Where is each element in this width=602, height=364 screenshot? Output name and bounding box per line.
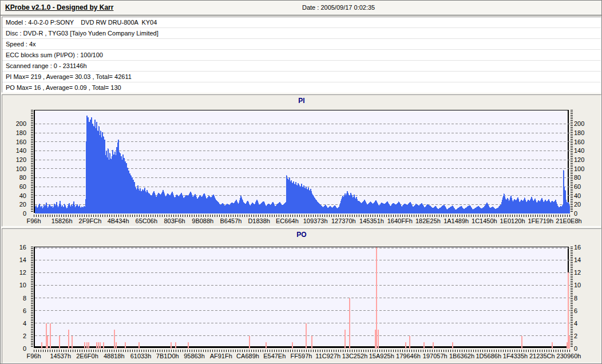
po-error-bar	[188, 342, 189, 349]
po-error-bar	[521, 336, 522, 349]
scan-info-panel: Model : 4-0-2-0 P:SONY DVD RW DRU-800A K…	[2, 17, 601, 93]
x-axis-label: 1E0120h	[497, 217, 529, 224]
y-axis-label: 4	[574, 320, 597, 327]
po-error-bar	[41, 342, 42, 349]
scan-date: Date : 2005/09/17 0:02:35	[302, 4, 375, 11]
po-error-bar	[171, 342, 172, 349]
y-axis-label: 40	[3, 192, 30, 199]
po-chart-panel: PO 00224466881010121214141616F96h14537h2…	[2, 228, 601, 363]
x-axis-label: 1FE719h	[525, 217, 557, 224]
po-error-bar	[175, 342, 176, 349]
y-axis-label: 6	[3, 307, 30, 314]
po-error-bar	[568, 272, 569, 349]
po-error-bar	[292, 342, 293, 349]
y-axis-label: 120	[3, 156, 30, 163]
info-disc: Disc : DVD-R , TYG03 [Taiyo Yuden Compan…	[2, 28, 601, 39]
po-error-bar	[378, 330, 379, 349]
po-error-bar	[86, 342, 88, 349]
po-chart-title: PO	[2, 231, 601, 239]
report-header: KProbe v2.1.0 - Designed by Karr Date : …	[1, 1, 601, 15]
x-axis-label: 4B434h	[102, 217, 134, 224]
y-axis-label: 140	[3, 147, 30, 154]
y-axis-label: 8	[574, 295, 597, 302]
x-axis-label: 1C1450h	[468, 217, 500, 224]
y-axis-label: 40	[574, 192, 597, 199]
po-error-bar	[59, 336, 60, 349]
x-axis-label: 21E0E8h	[553, 217, 585, 224]
x-axis-label: D1838h	[243, 217, 275, 224]
info-pi-stats: PI Max= 219 , Average= 30.03 , Total= 42…	[2, 72, 601, 82]
y-axis-label: 200	[3, 120, 30, 127]
po-error-bar	[116, 342, 117, 349]
x-axis-label: 145351h	[356, 217, 388, 224]
axis-minor-ticks	[31, 110, 33, 213]
y-axis-label: 200	[574, 120, 597, 127]
y-axis-label: 80	[574, 174, 597, 181]
y-axis-label: 0	[574, 210, 597, 217]
po-error-bar	[266, 342, 267, 349]
axis-minor-ticks	[31, 247, 33, 348]
y-axis-label: 16	[574, 244, 597, 251]
po-error-bar	[138, 342, 140, 349]
po-error-bar	[349, 298, 350, 349]
y-axis-label: 14	[574, 256, 597, 263]
y-axis-label: 180	[3, 129, 30, 136]
po-error-bar	[452, 342, 453, 349]
x-axis-label: 15826h	[46, 217, 78, 224]
po-error-bar	[96, 342, 97, 349]
po-error-bar	[114, 330, 115, 349]
pi-chart-title: PI	[2, 97, 601, 105]
po-error-bar	[409, 336, 410, 349]
po-error-bar	[375, 330, 376, 349]
po-plot-area	[34, 247, 569, 348]
y-axis-label: 0	[3, 210, 30, 217]
y-axis-label: 10	[574, 282, 597, 288]
y-axis-label: 0	[574, 345, 597, 352]
y-axis-label: 80	[3, 174, 30, 181]
po-error-bar	[125, 342, 126, 349]
x-axis-label: 230960h	[553, 353, 585, 359]
pi-error-bars	[35, 116, 569, 213]
info-ecc-blocks: ECC blocks sum (PI/PO) : 100/100	[2, 50, 601, 61]
y-axis-label: 100	[574, 165, 597, 172]
x-axis-label: 109373h	[299, 217, 331, 224]
y-axis-label: 14	[3, 256, 30, 263]
y-axis-label: 4	[3, 320, 30, 327]
po-error-bar	[88, 342, 89, 349]
x-axis-label: EC664h	[271, 217, 303, 224]
x-axis-label: 2F9FCh	[74, 217, 106, 224]
axis-minor-ticks	[571, 247, 573, 348]
y-axis-label: 2	[574, 333, 597, 339]
po-error-bar	[249, 336, 250, 349]
po-error-bar	[306, 323, 307, 349]
po-error-bar	[344, 330, 346, 349]
po-error-bar	[47, 336, 48, 349]
po-error-bar	[50, 323, 51, 349]
pi-plot-area	[34, 110, 569, 213]
y-axis-label: 10	[3, 282, 30, 288]
y-axis-label: 60	[574, 183, 597, 190]
x-axis-label: 65C06h	[130, 217, 163, 224]
y-axis-label: 8	[3, 295, 30, 302]
y-axis-label: 12	[3, 269, 30, 276]
po-error-bar	[46, 323, 47, 349]
po-error-bar	[98, 342, 99, 349]
y-axis-label: 100	[3, 165, 30, 172]
po-error-bar	[311, 336, 312, 349]
y-axis-label: 20	[574, 201, 597, 208]
po-error-bar	[84, 342, 85, 349]
y-axis-label: 20	[3, 201, 30, 208]
pi-chart-panel: PI 0020204040606080801001001201201401401…	[2, 94, 601, 227]
x-axis-label: 9B088h	[187, 217, 219, 224]
po-error-bar	[552, 342, 553, 349]
info-model: Model : 4-0-2-0 P:SONY DVD RW DRU-800A K…	[2, 17, 601, 28]
po-error-bar	[433, 342, 434, 349]
x-axis-label: 1A1489h	[440, 217, 472, 224]
po-error-bar	[569, 336, 570, 349]
y-axis-label: 16	[3, 244, 30, 251]
x-axis-label: 127370h	[327, 217, 359, 224]
po-error-bar	[405, 342, 406, 349]
y-axis-label: 120	[574, 156, 597, 163]
kprobe-report-window: KProbe v2.1.0 - Designed by Karr Date : …	[0, 0, 602, 364]
po-error-bar	[423, 342, 425, 349]
